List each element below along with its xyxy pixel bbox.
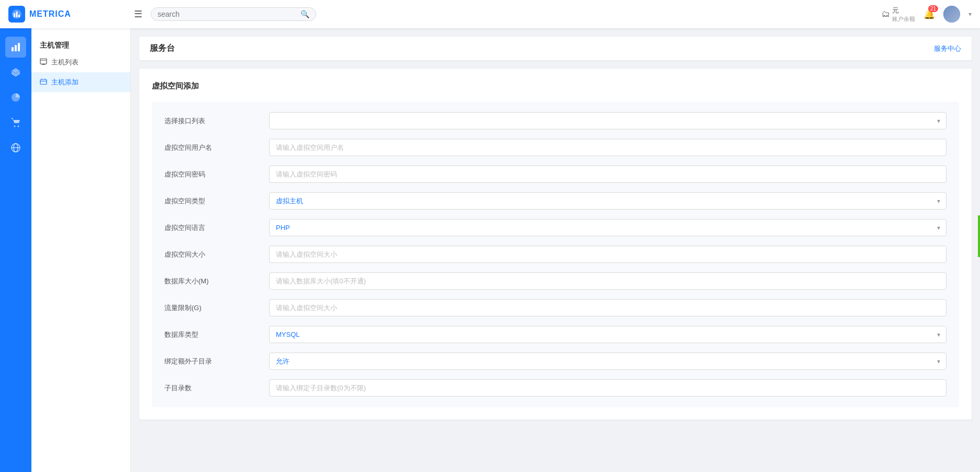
sidebar-icon-globe[interactable]	[5, 137, 26, 158]
language-label: 虚拟空间语言	[164, 223, 269, 233]
svg-rect-5	[15, 45, 17, 51]
sidebar-icon-cart[interactable]	[5, 112, 26, 133]
password-input[interactable]	[269, 166, 946, 183]
subdir-count-label: 子目录数	[164, 383, 269, 393]
interface-list-select[interactable]	[269, 112, 946, 129]
page-header: 服务台 服务中心	[139, 37, 972, 60]
username-input[interactable]	[269, 139, 946, 156]
svg-rect-3	[18, 15, 20, 17]
svg-point-8	[18, 126, 19, 127]
db-size-control	[269, 272, 946, 290]
account-info: 元 账户余额	[892, 6, 915, 23]
nav-sidebar: 主机管理 主机列表 主机添加	[31, 28, 131, 472]
username-control	[269, 139, 946, 156]
host-add-icon	[40, 78, 47, 87]
form-group-subdir: 绑定额外子目录 允许	[164, 353, 946, 370]
interface-list-label: 选择接口列表	[164, 116, 269, 126]
interface-list-wrapper	[269, 112, 946, 129]
subdir-select[interactable]: 允许	[269, 353, 946, 370]
sidebar-item-host-add[interactable]: 主机添加	[31, 72, 130, 92]
sidebar-item-host-add-label: 主机添加	[51, 78, 79, 87]
svg-point-16	[41, 78, 42, 79]
svg-point-17	[44, 78, 46, 79]
db-size-input[interactable]	[269, 272, 946, 290]
svg-rect-1	[14, 13, 15, 17]
search-icon[interactable]: 🔍	[300, 10, 309, 18]
right-indicator	[978, 215, 980, 257]
type-select[interactable]: 虚拟主机	[269, 192, 946, 210]
avatar[interactable]	[943, 6, 960, 23]
password-control	[269, 166, 946, 183]
subdir-count-control	[269, 379, 946, 397]
form-section: 选择接口列表 虚拟空间用户名 虚拟空间密码	[152, 102, 959, 407]
form-group-traffic: 流量限制(G)	[164, 299, 946, 316]
type-label: 虚拟空间类型	[164, 196, 269, 206]
page-title: 服务台	[150, 43, 175, 54]
host-list-icon	[40, 58, 47, 67]
db-type-wrapper: MYSQL	[269, 326, 946, 343]
db-size-label: 数据库大小(M)	[164, 277, 269, 286]
sidebar-icon-analytics[interactable]	[5, 37, 26, 58]
sidebar-icon-layers[interactable]	[5, 62, 26, 83]
sidebar-item-host-list[interactable]: 主机列表	[31, 52, 130, 72]
sidebar-item-host-list-label: 主机列表	[51, 58, 79, 67]
logo-icon	[8, 6, 25, 23]
avatar-dropdown-icon[interactable]: ▾	[968, 10, 972, 18]
logo-area: METRICA	[8, 6, 134, 23]
svg-point-7	[14, 126, 16, 127]
subdir-wrapper: 允许	[269, 353, 946, 370]
notification-button[interactable]: 🔔 21	[923, 8, 935, 20]
form-group-language: 虚拟空间语言 PHP	[164, 219, 946, 236]
menu-toggle-button[interactable]: ☰	[134, 8, 142, 20]
form-group-db-size: 数据库大小(M)	[164, 272, 946, 290]
header: METRICA ☰ 🔍 🗂 元 账户余额 🔔 21 ▾	[0, 0, 980, 28]
search-box: 🔍	[151, 7, 316, 21]
main-content: 服务台 服务中心 虚拟空间添加 选择接口列表 虚拟空间用户名	[131, 28, 980, 472]
username-label: 虚拟空间用户名	[164, 143, 269, 152]
form-group-type: 虚拟空间类型 虚拟主机	[164, 192, 946, 210]
nav-section-title: 主机管理	[31, 37, 130, 52]
wallet-icon: 🗂	[882, 9, 890, 19]
form-group-subdir-count: 子目录数	[164, 379, 946, 397]
subdir-label: 绑定额外子目录	[164, 357, 269, 366]
password-label: 虚拟空间密码	[164, 170, 269, 179]
form-group-db-type: 数据库类型 MYSQL	[164, 326, 946, 343]
service-center-link[interactable]: 服务中心	[934, 44, 961, 53]
svg-rect-2	[16, 12, 18, 17]
form-card-title: 虚拟空间添加	[152, 81, 959, 91]
language-select[interactable]: PHP	[269, 219, 946, 236]
icon-sidebar	[0, 28, 31, 472]
db-type-select[interactable]: MYSQL	[269, 326, 946, 343]
account-balance[interactable]: 🗂 元 账户余额	[882, 6, 915, 23]
form-group-password: 虚拟空间密码	[164, 166, 946, 183]
account-amount: 元	[892, 6, 915, 15]
layout: 主机管理 主机列表 主机添加	[0, 28, 980, 472]
traffic-label: 流量限制(G)	[164, 303, 269, 313]
avatar-image	[943, 6, 960, 23]
sidebar-icon-pie[interactable]	[5, 87, 26, 108]
size-label: 虚拟空间大小	[164, 250, 269, 259]
traffic-input[interactable]	[269, 299, 946, 316]
form-group-username: 虚拟空间用户名	[164, 139, 946, 156]
type-wrapper: 虚拟主机	[269, 192, 946, 210]
db-type-label: 数据库类型	[164, 330, 269, 339]
logo-text: METRICA	[29, 9, 71, 19]
form-group-size: 虚拟空间大小	[164, 246, 946, 263]
svg-rect-4	[12, 47, 14, 51]
notification-badge: 21	[928, 5, 938, 12]
form-card: 虚拟空间添加 选择接口列表 虚拟空间用户名	[139, 69, 972, 420]
search-input[interactable]	[158, 10, 300, 18]
language-wrapper: PHP	[269, 219, 946, 236]
svg-rect-12	[40, 59, 47, 64]
traffic-control	[269, 299, 946, 316]
form-group-interface: 选择接口列表	[164, 112, 946, 129]
svg-rect-6	[18, 43, 20, 51]
size-control	[269, 246, 946, 263]
header-right: 🗂 元 账户余额 🔔 21 ▾	[882, 6, 972, 23]
size-input[interactable]	[269, 246, 946, 263]
subdir-count-input[interactable]	[269, 379, 946, 397]
account-sublabel: 账户余额	[892, 15, 915, 23]
